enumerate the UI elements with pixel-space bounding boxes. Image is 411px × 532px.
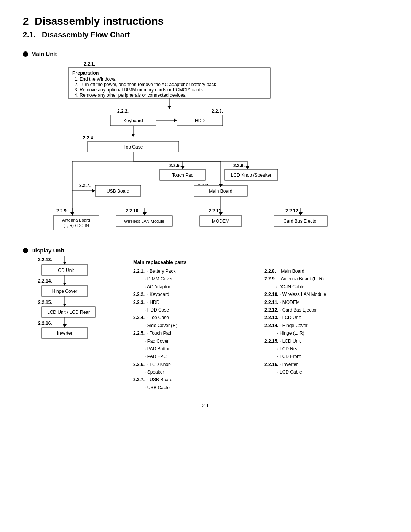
rep-2215: 2.2.15. · LCD Unit · LCD Rear · LCD Fron… <box>264 337 388 361</box>
display-unit-label: Display Unit <box>23 247 388 254</box>
rep-2213: 2.2.13. · LCD Unit <box>264 314 388 321</box>
display-flow-svg: 2.2.13. LCD Unit 2.2.14. Hinge Cover 2.2… <box>34 256 118 382</box>
main-unit-section: Main Unit 2.2.1. Preparation 1. End the … <box>23 51 388 247</box>
label-2210: 2.2.10. <box>126 208 140 214</box>
arrowhead-lcd <box>245 166 249 169</box>
usb-label: USB Board <box>107 189 129 194</box>
page-number: 2-1 <box>23 403 388 408</box>
main-unit-bullet <box>23 51 28 57</box>
inverter-label: Inverter <box>57 331 73 336</box>
wireless-label: Wireless LAN Module <box>124 219 164 224</box>
rep-2214: 2.2.14. · Hinge Cover · Hinge (L, R) <box>264 322 388 337</box>
display-flow-chart: 2.2.13. LCD Unit 2.2.14. Hinge Cover 2.2… <box>34 256 118 383</box>
label-223: 2.2.3. <box>212 109 223 114</box>
arrowhead-2214 <box>63 283 67 286</box>
label-221: 2.2.1. <box>84 61 95 67</box>
hinge-label: Hinge Cover <box>52 289 78 294</box>
keyboard-label: Keyboard <box>123 118 143 123</box>
arrowhead-2216 <box>63 324 67 328</box>
display-unit-section: Display Unit 2.2.13. LCD Unit 2.2.14. Hi… <box>23 247 388 391</box>
arrowhead-2215 <box>63 304 67 307</box>
arrowhead-keyboard-topcase <box>131 134 135 137</box>
label-229: 2.2.9. <box>56 208 68 214</box>
hdd-label: HDD <box>195 118 205 123</box>
mainboard-label: Main Board <box>209 189 232 194</box>
arrowhead-usb <box>92 189 95 193</box>
display-unit-bullet <box>23 248 28 253</box>
modem-label: MODEM <box>212 219 229 224</box>
rep-225: 2.2.5. · Touch Pad · Pad Cover · PAD But… <box>133 329 257 361</box>
label-226: 2.2.6. <box>233 163 245 168</box>
label-2212: 2.2.12. <box>285 208 299 214</box>
arrowhead-wireless <box>143 212 147 216</box>
antenna-label1: Antenna Board <box>62 218 90 222</box>
label-2215: 2.2.15. <box>38 300 52 305</box>
lcd-knob-label: LCD Knob /Speaker <box>231 173 272 178</box>
replaceable-title: Main replaceable parts <box>133 259 388 265</box>
label-2213: 2.2.13. <box>38 257 52 262</box>
topcase-label: Top Case <box>124 144 143 150</box>
label-222: 2.2.2. <box>117 109 129 114</box>
label-225: 2.2.5. <box>169 163 181 168</box>
rep-2211: 2.2.11. · MODEM <box>264 299 388 306</box>
lcd-rear-label: LCD Unit / LCD Rear <box>47 310 90 315</box>
arrowhead-touchpad <box>181 166 185 169</box>
rep-228: 2.2.8. · Main Board <box>264 267 388 275</box>
prep-item3: 3. Remove any optional DIMM memory cards… <box>75 87 204 93</box>
prep-item1: 1. End the Windows. <box>75 77 116 82</box>
main-unit-label: Main Unit <box>23 51 388 57</box>
arrowhead-antenna <box>70 212 74 216</box>
touchpad-label: Touch Pad <box>172 173 194 178</box>
prep-title: Preparation <box>72 70 99 76</box>
rep-229: 2.2.9. · Antenna Board (L, R) · DC-IN Ca… <box>264 275 388 291</box>
label-227: 2.2.7. <box>79 183 91 188</box>
replaceable-col2: 2.2.8. · Main Board 2.2.9. · Antenna Boa… <box>264 267 388 391</box>
replaceable-col1: 2.2.1. · Battery Pack · DIMM Cover · AC … <box>133 267 257 391</box>
rep-223: 2.2.3. · HDD · HDD Case <box>133 299 257 314</box>
main-unit-flow: 2.2.1. Preparation 1. End the Windows. 2… <box>34 59 388 247</box>
label-224: 2.2.4. <box>83 135 94 141</box>
arrowhead-2213 <box>63 262 67 265</box>
arrowhead-prep-keyboard <box>167 106 171 109</box>
rep-222: 2.2.2. · Keyboard <box>133 291 257 298</box>
rep-2216: 2.2.16. · Inverter · LCD Cable <box>264 361 388 376</box>
label-2216: 2.2.16. <box>38 321 52 326</box>
label-2211: 2.2.11. <box>209 208 223 214</box>
prep-item4: 4. Remove any other peripherals or conne… <box>75 93 186 98</box>
cardbus-label: Card Bus Ejector <box>284 219 318 224</box>
antenna-label2: (L, R) / DC-IN <box>63 223 89 228</box>
lcd-unit-label: LCD Unit <box>56 268 74 273</box>
rep-2212: 2.2.12. · Card Bas Ejector <box>264 306 388 314</box>
section-title: 2.1. Disassembly Flow Chart <box>23 30 388 39</box>
rep-221: 2.2.1. · Battery Pack · DIMM Cover · AC … <box>133 267 257 291</box>
rep-2210: 2.2.10. · Wireless LAN Module <box>264 291 388 298</box>
arrowhead-keyboard-hdd <box>174 118 177 122</box>
rep-226: 2.2.6. · LCD Knob · Speaker <box>133 361 257 376</box>
rep-227: 2.2.7. · USB Board · USB Cable <box>133 376 257 391</box>
flow-chart-svg: 2.2.1. Preparation 1. End the Windows. 2… <box>34 59 377 246</box>
replaceable-parts-section: Main replaceable parts 2.2.1. · Battery … <box>133 256 388 391</box>
chapter-title: 2 Disassembly instructions <box>23 15 388 27</box>
label-2214: 2.2.14. <box>38 278 52 284</box>
prep-item2: 2. Turn off the power, and then remove t… <box>75 82 217 87</box>
rep-224: 2.2.4. · Top Case · Side Cover (R) <box>133 314 257 329</box>
